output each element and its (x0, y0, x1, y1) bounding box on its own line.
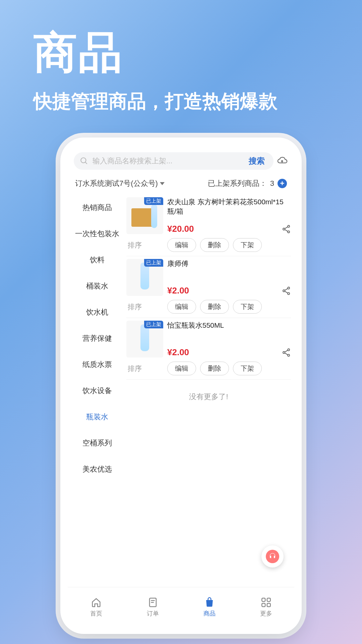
category-item[interactable]: 饮水机 (68, 299, 126, 325)
cloud-sync-icon[interactable] (277, 155, 288, 167)
sort-label[interactable]: 排序 (126, 240, 163, 250)
search-button[interactable]: 搜索 (246, 156, 267, 166)
category-item[interactable]: 营养保健 (68, 325, 126, 352)
product-name: 康师傅 (167, 259, 291, 268)
search-row: 输入商品名称搜索上架... 搜索 (68, 145, 294, 174)
home-icon (90, 597, 102, 608)
category-item[interactable]: 空桶系列 (68, 430, 126, 456)
unshelf-button[interactable]: 下架 (233, 362, 262, 375)
edit-button[interactable]: 编辑 (167, 300, 196, 314)
nav-order[interactable]: 订单 (147, 597, 159, 618)
category-item[interactable]: 桶装水 (68, 273, 126, 299)
store-name: 订水系统测试7号(公众号) (75, 178, 158, 189)
svg-line-11 (285, 291, 288, 293)
edit-button[interactable]: 编辑 (167, 362, 196, 375)
svg-line-1 (85, 162, 87, 164)
unshelf-button[interactable]: 下架 (233, 238, 262, 252)
nav-label: 更多 (260, 609, 272, 618)
content-area: 热销商品一次性包装水饮料桶装水饮水机营养保健纸质水票饮水设备瓶装水空桶系列美农优… (68, 195, 294, 587)
nav-label: 商品 (203, 609, 216, 618)
sub-header: 订水系统测试7号(公众号) 已上架系列商品： 3 + (68, 174, 294, 195)
category-sidebar: 热销商品一次性包装水饮料桶装水饮水机营养保健纸质水票饮水设备瓶装水空桶系列美农优… (68, 195, 126, 587)
delete-button[interactable]: 删除 (200, 362, 229, 375)
svg-point-0 (81, 158, 86, 163)
chevron-down-icon (160, 182, 165, 185)
category-item[interactable]: 瓶装水 (68, 404, 126, 430)
svg-line-15 (285, 350, 288, 352)
sort-label[interactable]: 排序 (126, 364, 163, 373)
svg-rect-20 (262, 598, 265, 601)
search-icon (80, 157, 88, 165)
nav-label: 订单 (147, 609, 159, 618)
nav-home[interactable]: 首页 (90, 597, 102, 618)
delete-button[interactable]: 删除 (200, 238, 229, 252)
product-price: ¥20.00 (167, 224, 194, 234)
search-placeholder: 输入商品名称搜索上架... (93, 156, 242, 166)
hero-title: 商品 (34, 23, 123, 83)
customer-service-fab[interactable] (261, 545, 284, 568)
add-button[interactable]: + (278, 179, 287, 188)
svg-line-10 (285, 288, 288, 290)
unshelf-button[interactable]: 下架 (233, 300, 262, 314)
phone-screen: 输入商品名称搜索上架... 搜索 订水系统测试7号(公众号) 已上架系列商品： … (68, 145, 294, 627)
product-card[interactable]: 已上架康师傅¥2.00排序编辑删除下架 (126, 256, 291, 318)
svg-line-16 (285, 353, 288, 355)
store-dropdown[interactable]: 订水系统测试7号(公众号) (75, 178, 165, 189)
search-input[interactable]: 输入商品名称搜索上架... 搜索 (74, 152, 274, 170)
share-icon[interactable] (282, 286, 291, 296)
headset-icon (266, 550, 279, 563)
nav-product[interactable]: 商品 (203, 597, 216, 618)
category-item[interactable]: 饮水设备 (68, 378, 126, 404)
no-more-text: 没有更多了! (126, 380, 291, 414)
category-item[interactable]: 一次性包装水 (68, 221, 126, 247)
product-name: 农夫山泉 东方树叶茉莉花茶500ml*15瓶/箱 (167, 197, 291, 216)
category-item[interactable]: 热销商品 (68, 195, 126, 221)
product-icon (204, 597, 215, 608)
product-card[interactable]: 已上架农夫山泉 东方树叶茉莉花茶500ml*15瓶/箱¥20.00排序编辑删除下… (126, 195, 291, 256)
share-icon[interactable] (282, 348, 291, 357)
status-badge: 已上架 (144, 321, 163, 328)
category-item[interactable]: 饮料 (68, 247, 126, 273)
product-name: 怡宝瓶装水550ML (167, 321, 291, 330)
category-item[interactable]: 纸质水票 (68, 352, 126, 378)
product-price: ¥2.00 (167, 285, 189, 296)
hero-subtitle: 快捷管理商品，打造热销爆款 (34, 89, 278, 114)
more-icon (260, 597, 272, 608)
product-thumbnail: 已上架 (126, 197, 163, 234)
phone-frame: 输入商品名称搜索上架... 搜索 订水系统测试7号(公众号) 已上架系列商品： … (60, 138, 302, 634)
order-icon (147, 597, 159, 608)
bottom-navbar: 首页订单商品更多 (68, 587, 294, 627)
product-card[interactable]: 已上架怡宝瓶装水550ML¥2.00排序编辑删除下架 (126, 318, 291, 380)
product-thumbnail: 已上架 (126, 259, 163, 296)
product-list: 已上架农夫山泉 东方树叶茉莉花茶500ml*15瓶/箱¥20.00排序编辑删除下… (126, 195, 294, 587)
sort-label[interactable]: 排序 (126, 302, 163, 312)
svg-rect-22 (262, 603, 265, 606)
listed-count: 已上架系列商品： 3 + (208, 178, 287, 189)
svg-line-6 (285, 229, 288, 231)
nav-more[interactable]: 更多 (260, 597, 272, 618)
svg-rect-21 (267, 598, 270, 601)
status-badge: 已上架 (144, 197, 163, 205)
product-thumbnail: 已上架 (126, 321, 163, 358)
svg-line-5 (285, 227, 288, 229)
category-item[interactable]: 美农优选 (68, 456, 126, 482)
product-price: ¥2.00 (167, 347, 189, 358)
share-icon[interactable] (282, 224, 291, 234)
edit-button[interactable]: 编辑 (167, 238, 196, 252)
count-label: 已上架系列商品： (208, 178, 267, 189)
delete-button[interactable]: 删除 (200, 300, 229, 314)
svg-rect-23 (267, 603, 270, 606)
nav-label: 首页 (90, 609, 102, 618)
count-value: 3 (270, 179, 274, 188)
status-badge: 已上架 (144, 259, 163, 267)
